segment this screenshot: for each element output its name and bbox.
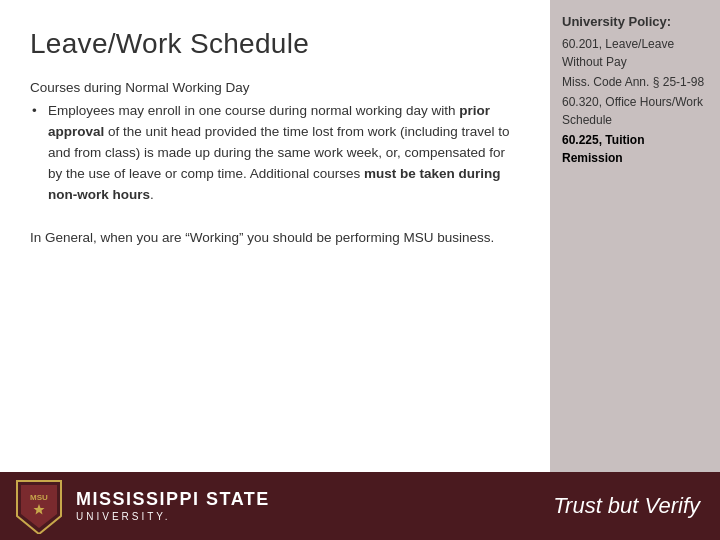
bullet-list: Employees may enroll in one course durin… bbox=[30, 101, 520, 206]
right-sidebar: University Policy: 60.201, Leave/Leave W… bbox=[550, 0, 720, 472]
bullet-text-1: Employees may enroll in one course durin… bbox=[48, 103, 510, 202]
in-general-text: In General, when you are “Working” you s… bbox=[30, 228, 520, 249]
courses-heading: Courses during Normal Working Day bbox=[30, 80, 520, 95]
bullet-item-1: Employees may enroll in one course durin… bbox=[30, 101, 520, 206]
policy-item-3: 60.320, Office Hours/Work Schedule bbox=[562, 93, 708, 129]
footer-logo-area: MSU MISSISSIPPI STATE UNIVERSITY. bbox=[14, 478, 270, 534]
policy-item-4: 60.225, Tuition Remission bbox=[562, 131, 708, 167]
footer-tagline: Trust but Verify bbox=[553, 493, 700, 519]
footer: MSU MISSISSIPPI STATE UNIVERSITY. Trust … bbox=[0, 472, 720, 540]
slide-title: Leave/Work Schedule bbox=[30, 28, 520, 60]
footer-university-text: MISSISSIPPI STATE UNIVERSITY. bbox=[76, 490, 270, 523]
footer-msu-title: MISSISSIPPI STATE bbox=[76, 490, 270, 510]
slide-container: Leave/Work Schedule Courses during Norma… bbox=[0, 0, 720, 540]
policy-heading: University Policy: bbox=[562, 14, 708, 29]
policy-item-2: Miss. Code Ann. § 25-1-98 bbox=[562, 73, 708, 91]
footer-msu-subtitle: UNIVERSITY. bbox=[76, 511, 270, 522]
left-panel: Leave/Work Schedule Courses during Norma… bbox=[0, 0, 550, 472]
msu-shield-logo: MSU bbox=[14, 478, 64, 534]
svg-text:MSU: MSU bbox=[30, 493, 48, 502]
policy-item-1: 60.201, Leave/Leave Without Pay bbox=[562, 35, 708, 71]
main-content: Leave/Work Schedule Courses during Norma… bbox=[0, 0, 720, 472]
